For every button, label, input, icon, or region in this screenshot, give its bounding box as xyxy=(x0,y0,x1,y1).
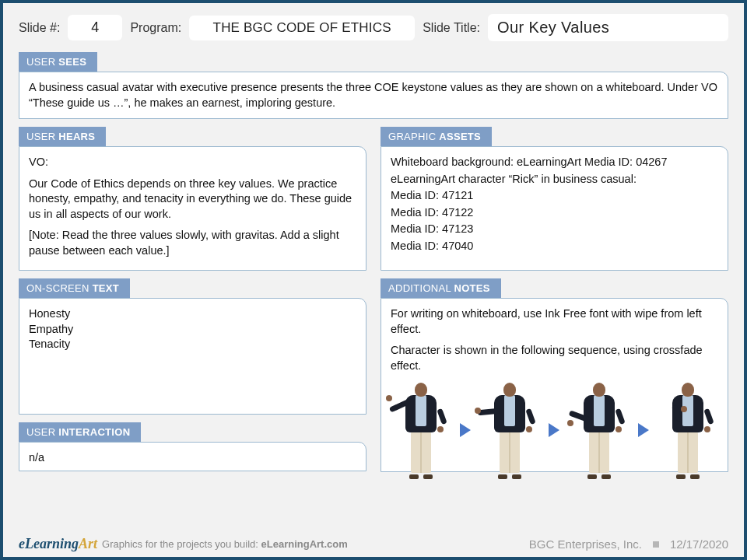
tab-prefix: GRAPHIC xyxy=(388,131,439,142)
body-user-hears: VO: Our Code of Ethics depends on three … xyxy=(19,146,366,271)
footer-left: eLearningArt Graphics for the projects y… xyxy=(19,536,348,552)
section-user-interaction: USER INTERACTION n/a xyxy=(19,422,366,471)
footer-tagline: Graphics for the projects you build: eLe… xyxy=(102,538,348,550)
play-icon xyxy=(460,423,471,437)
storyboard-page: Slide #: 4 Program: THE BGC CODE OF ETHI… xyxy=(0,0,747,560)
list-item: Whiteboard background: eLearningArt Medi… xyxy=(391,155,718,170)
tab-bold: ASSETS xyxy=(439,131,481,142)
tab-prefix: USER xyxy=(26,56,58,68)
tab-bold: TEXT xyxy=(93,282,119,294)
vo-body: Our Code of Ethics depends on three key … xyxy=(29,177,356,222)
body-graphic-assets: Whiteboard background: eLearningArt Medi… xyxy=(381,146,728,271)
list-item: Media ID: 47123 xyxy=(391,222,718,237)
tab-user-sees: USER SEES xyxy=(19,52,97,72)
character-sequence xyxy=(391,380,718,481)
list-item: Empathy xyxy=(29,322,356,338)
logo: eLearningArt xyxy=(19,536,97,552)
character-pose-4 xyxy=(658,380,718,481)
play-icon xyxy=(549,423,559,437)
section-user-sees: USER SEES A business casual avatar with … xyxy=(19,52,728,119)
list-item: Tenacity xyxy=(29,337,356,352)
tab-prefix: USER xyxy=(26,426,58,438)
slide-num-label: Slide #: xyxy=(19,21,60,35)
play-icon xyxy=(638,423,649,437)
program-field[interactable]: THE BGC CODE OF ETHICS xyxy=(189,16,415,40)
tab-user-interaction: USER INTERACTION xyxy=(19,422,141,442)
character-pose-1 xyxy=(391,380,451,481)
vo-label: VO: xyxy=(29,155,356,170)
slide-title-field[interactable]: Our Key Values xyxy=(488,14,728,41)
list-item: Media ID: 47121 xyxy=(391,188,718,204)
list-item: eLearningArt character “Rick” in busines… xyxy=(391,172,718,187)
tab-graphic-assets: GRAPHIC ASSETS xyxy=(381,127,492,146)
list-item: Media ID: 47122 xyxy=(391,205,718,221)
footer: eLearningArt Graphics for the projects y… xyxy=(19,536,728,552)
slide-title-label: Slide Title: xyxy=(423,21,480,35)
tab-user-hears: USER HEARS xyxy=(19,127,106,146)
body-user-sees: A business casual avatar with executive … xyxy=(19,72,728,119)
tab-additional-notes: ADDITIONAL NOTES xyxy=(381,278,501,298)
section-onscreen-text: ON-SCREEN TEXT Honesty Empathy Tenacity xyxy=(19,278,366,415)
square-icon xyxy=(653,541,659,548)
section-additional-notes: ADDITIONAL NOTES For writing on whiteboa… xyxy=(381,278,728,472)
footer-company: BGC Enterprises, Inc. xyxy=(529,537,642,551)
tab-prefix: ON-SCREEN xyxy=(26,282,93,294)
character-pose-2 xyxy=(479,380,540,481)
list-item: Media ID: 47040 xyxy=(391,239,718,254)
program-label: Program: xyxy=(130,21,181,35)
body-additional-notes: For writing on whiteboard, use Ink Free … xyxy=(381,298,728,472)
tab-bold: INTERACTION xyxy=(58,426,130,438)
body-user-interaction: n/a xyxy=(19,442,366,471)
tab-prefix: USER xyxy=(26,131,58,142)
section-user-hears: USER HEARS VO: Our Code of Ethics depend… xyxy=(19,127,366,271)
slide-num-field[interactable]: 4 xyxy=(68,15,122,40)
tab-onscreen-text: ON-SCREEN TEXT xyxy=(19,278,130,298)
list-item: Honesty xyxy=(29,306,356,322)
tab-prefix: ADDITIONAL xyxy=(388,282,454,294)
footer-date: 12/17/2020 xyxy=(670,537,728,551)
vo-note: [Note: Read the three values slowly, wit… xyxy=(29,228,356,258)
tagline-prefix: Graphics for the projects you build: xyxy=(102,538,261,550)
footer-right: BGC Enterprises, Inc. 12/17/2020 xyxy=(529,537,728,551)
character-pose-3 xyxy=(569,380,630,481)
tab-bold: NOTES xyxy=(454,282,489,294)
tagline-bold: eLearningArt.com xyxy=(261,538,348,550)
col-left: USER HEARS VO: Our Code of Ethics depend… xyxy=(19,127,366,480)
section-graphic-assets: GRAPHIC ASSETS Whiteboard background: eL… xyxy=(381,127,728,271)
header-row: Slide #: 4 Program: THE BGC CODE OF ETHI… xyxy=(19,14,728,41)
notes-p1: For writing on whiteboard, use Ink Free … xyxy=(391,306,718,337)
body-onscreen-text: Honesty Empathy Tenacity xyxy=(19,298,366,415)
tab-bold: SEES xyxy=(58,56,86,68)
tab-bold: HEARS xyxy=(58,131,95,142)
notes-p2: Character is shown in the following sequ… xyxy=(391,343,718,373)
columns: USER HEARS VO: Our Code of Ethics depend… xyxy=(19,127,728,480)
col-right: GRAPHIC ASSETS Whiteboard background: eL… xyxy=(381,127,728,480)
